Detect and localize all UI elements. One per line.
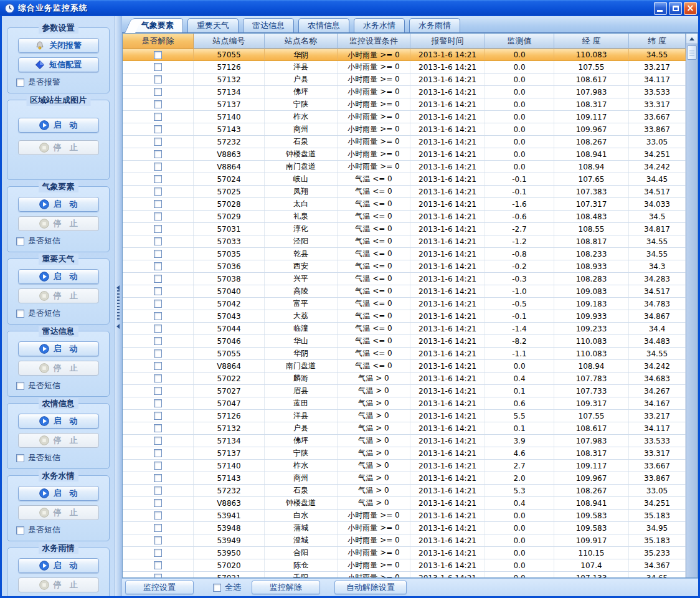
params-alarm-checkbox[interactable] (16, 78, 24, 87)
row-release-checkbox[interactable] (154, 374, 162, 382)
table-row[interactable]: 57035乾县气温 <= 02013-1-6 14:21-0.8108.2333… (123, 248, 686, 260)
table-row[interactable]: 57042富平气温 <= 02013-1-6 14:21-0.5109.1833… (123, 298, 686, 310)
table-row[interactable]: 57126洋县小时雨量 >= 02013-1-6 14:210.0107.553… (123, 61, 686, 74)
table-row[interactable]: V8863钟楼盘道小时雨量 >= 02013-1-6 14:210.0108.9… (123, 148, 686, 161)
water-hydro-stop-button[interactable]: 停 止 (18, 505, 99, 520)
row-release-checkbox[interactable] (154, 325, 162, 333)
row-release-checkbox[interactable] (154, 536, 162, 544)
row-release-checkbox[interactable] (154, 300, 162, 308)
important-weather-start-button[interactable]: 启 动 (18, 269, 99, 284)
table-row[interactable]: 57140柞水气温 > 02013-1-6 14:212.7109.11733.… (123, 460, 686, 472)
params-sms-config-button[interactable]: 短信配置 (18, 57, 99, 72)
table-row[interactable]: 53950合阳小时雨量 >= 02013-1-6 14:210.0110.153… (123, 547, 686, 559)
row-release-checkbox[interactable] (154, 524, 162, 532)
table-row[interactable]: 57029礼泉气温 <= 02013-1-6 14:21-0.6108.4833… (123, 211, 686, 223)
auto-release-button[interactable]: 自动解除设置 (334, 581, 407, 594)
row-release-checkbox[interactable] (154, 125, 162, 133)
table-row[interactable]: 57031淳化气温 <= 02013-1-6 14:21-2.7108.5534… (123, 223, 686, 235)
row-release-checkbox[interactable] (154, 337, 162, 345)
table-row[interactable]: 57132户县小时雨量 >= 02013-1-6 14:210.0108.617… (123, 74, 686, 86)
row-release-checkbox[interactable] (154, 175, 162, 183)
row-release-checkbox[interactable] (154, 574, 162, 577)
weather-elements-stop-button[interactable]: 停 止 (18, 216, 99, 231)
table-row[interactable]: 57232石泉小时雨量 >= 02013-1-6 14:210.0108.267… (123, 136, 686, 148)
table-row[interactable]: 57040高陵气温 <= 02013-1-6 14:21-1.0109.0833… (123, 285, 686, 298)
row-release-checkbox[interactable] (154, 549, 162, 557)
row-release-checkbox[interactable] (154, 511, 162, 520)
table-row[interactable]: 57143商州气温 > 02013-1-6 14:212.0109.96733.… (123, 472, 686, 485)
table-row[interactable]: 53949澄城小时雨量 >= 02013-1-6 14:210.0109.917… (123, 534, 686, 547)
table-row[interactable]: 57043大荔气温 <= 02013-1-6 14:21-0.1109.9333… (123, 310, 686, 323)
row-release-checkbox[interactable] (154, 486, 162, 495)
table-row[interactable]: 57132户县气温 > 02013-1-6 14:210.1108.61734.… (123, 422, 686, 435)
weather-elements-sms-checkbox[interactable] (16, 237, 24, 245)
row-release-checkbox[interactable] (154, 362, 162, 370)
water-hydro-start-button[interactable]: 启 动 (18, 486, 99, 501)
row-release-checkbox[interactable] (154, 200, 162, 208)
splitter-handle[interactable] (117, 290, 120, 321)
row-release-checkbox[interactable] (154, 449, 162, 457)
row-release-checkbox[interactable] (154, 150, 162, 158)
table-row[interactable]: 57232石泉气温 > 02013-1-6 14:215.3108.26733.… (123, 485, 686, 497)
row-release-checkbox[interactable] (154, 237, 162, 245)
row-release-checkbox[interactable] (154, 51, 162, 59)
row-release-checkbox[interactable] (154, 499, 162, 507)
params-close-alarm-button[interactable]: 关闭报警 (18, 38, 99, 53)
table-row[interactable]: 57033泾阳气温 <= 02013-1-6 14:21-1.2108.8173… (123, 235, 686, 248)
row-release-checkbox[interactable] (154, 462, 162, 470)
tab-water-hydro[interactable]: 水务水情 (354, 18, 405, 32)
radar-info-stop-button[interactable]: 停 止 (18, 361, 99, 376)
col-header-longitude[interactable]: 经 度 (554, 34, 629, 49)
agri-info-stop-button[interactable]: 停 止 (18, 433, 99, 448)
row-release-checkbox[interactable] (154, 75, 162, 83)
table-row[interactable]: 57020陈仓小时雨量 >= 02013-1-6 14:210.0107.434… (123, 559, 686, 572)
row-release-checkbox[interactable] (154, 399, 162, 407)
important-weather-stop-button[interactable]: 停 止 (18, 288, 99, 303)
row-release-checkbox[interactable] (154, 412, 162, 420)
collapse-arrow-icon[interactable] (116, 285, 120, 290)
col-header-release[interactable]: 是否解除 (123, 34, 194, 49)
region-image-start-button[interactable]: 启 动 (18, 118, 99, 133)
tab-important-weather[interactable]: 重要天气 (187, 18, 239, 32)
weather-elements-start-button[interactable]: 启 动 (18, 197, 99, 212)
col-header-station-id[interactable]: 站点编号 (194, 34, 265, 49)
vertical-scrollbar[interactable] (686, 34, 698, 577)
table-row[interactable]: 57025凤翔气温 <= 02013-1-6 14:21-0.1107.3833… (123, 186, 686, 198)
row-release-checkbox[interactable] (154, 63, 162, 71)
row-release-checkbox[interactable] (154, 287, 162, 295)
region-image-stop-button[interactable]: 停 止 (18, 140, 99, 155)
col-header-alarm-time[interactable]: 报警时间 (410, 34, 485, 49)
scroll-up-button[interactable] (686, 34, 698, 44)
tab-agri-info[interactable]: 农情信息 (298, 18, 349, 32)
table-row[interactable]: 53948蒲城小时雨量 >= 02013-1-6 14:210.0109.583… (123, 522, 686, 534)
row-release-checkbox[interactable] (154, 262, 162, 270)
row-release-checkbox[interactable] (154, 437, 162, 445)
table-row[interactable]: 57126洋县气温 > 02013-1-6 14:215.5107.5533.2… (123, 410, 686, 422)
table-row[interactable]: V8864南门盘道气温 <= 02013-1-6 14:210.0108.943… (123, 360, 686, 373)
row-release-checkbox[interactable] (154, 212, 162, 221)
agri-info-start-button[interactable]: 启 动 (18, 414, 99, 429)
row-release-checkbox[interactable] (154, 138, 162, 146)
table-row[interactable]: 57134佛坪气温 > 02013-1-6 14:213.9107.98333.… (123, 435, 686, 447)
table-row[interactable]: 57047蓝田气温 > 02013-1-6 14:210.6109.31734.… (123, 397, 686, 410)
row-release-checkbox[interactable] (154, 387, 162, 395)
tab-radar-info[interactable]: 雷达信息 (243, 18, 294, 32)
monitor-set-button[interactable]: 监控设置 (125, 581, 194, 594)
table-row[interactable]: 57021千阳小时雨量 >= 02013-1-6 14:210.0107.133… (123, 572, 686, 577)
water-hydro-sms-checkbox[interactable] (16, 526, 24, 534)
radar-info-start-button[interactable]: 启 动 (18, 341, 99, 356)
table-row[interactable]: 57055华阴气温 <= 02013-1-6 14:21-1.1110.0833… (123, 348, 686, 360)
row-release-checkbox[interactable] (154, 100, 162, 108)
table-row[interactable]: 57134佛坪小时雨量 >= 02013-1-6 14:210.0107.983… (123, 86, 686, 98)
table-row[interactable]: 57137宁陕气温 > 02013-1-6 14:214.6108.31733.… (123, 447, 686, 460)
table-row[interactable]: 57022麟游气温 > 02013-1-6 14:210.4107.78334.… (123, 373, 686, 385)
table-row[interactable]: V8864南门盘道小时雨量 >= 02013-1-6 14:210.0108.9… (123, 161, 686, 173)
table-row[interactable]: 57137宁陕小时雨量 >= 02013-1-6 14:210.0108.317… (123, 98, 686, 111)
table-row[interactable]: V8863钟楼盘道气温 > 02013-1-6 14:210.4108.9413… (123, 497, 686, 510)
row-release-checkbox[interactable] (154, 163, 162, 171)
row-release-checkbox[interactable] (154, 225, 162, 233)
select-all-checkbox[interactable] (213, 584, 221, 592)
close-button[interactable]: × (684, 2, 697, 15)
table-row[interactable]: 57143商州小时雨量 >= 02013-1-6 14:210.0109.967… (123, 123, 686, 136)
col-header-condition[interactable]: 监控设置条件 (338, 34, 410, 49)
